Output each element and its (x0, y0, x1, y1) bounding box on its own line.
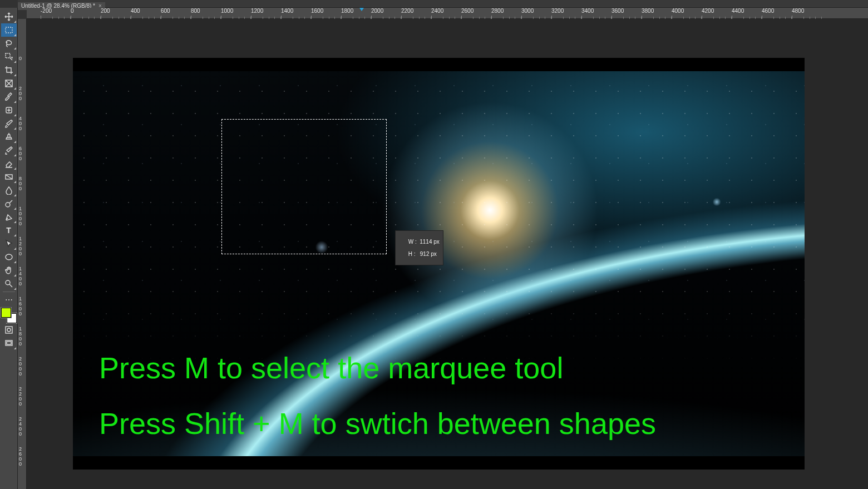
ruler-tick: 400 (19, 116, 22, 131)
edit-toolbar-button[interactable]: ⋯ (1, 293, 17, 307)
ruler-tick: 1800 (19, 327, 22, 347)
ruler-tick: 600 (19, 146, 22, 161)
svg-point-7 (6, 280, 10, 285)
zoom-tool[interactable] (1, 277, 17, 290)
ruler-tick: 1200 (19, 236, 22, 256)
move-tool[interactable] (1, 10, 17, 23)
ruler-tick: 2000 (19, 357, 22, 377)
ruler-tick: 1800 (341, 8, 353, 14)
svg-rect-11 (7, 342, 11, 344)
toolbox: T⋯ (0, 8, 18, 489)
ruler-tick: 4600 (762, 8, 774, 14)
blur-tool[interactable] (1, 184, 17, 197)
ruler-tick: 3200 (551, 8, 564, 14)
ruler-tick: 2600 (19, 447, 22, 467)
svg-rect-8 (6, 327, 12, 333)
ruler-tick: -200 (41, 8, 52, 14)
svg-point-5 (6, 202, 10, 207)
ruler-tick: 2200 (19, 387, 22, 407)
letterbox (73, 58, 805, 71)
ruler-tick: 200 (19, 86, 22, 101)
svg-point-9 (7, 328, 11, 332)
ruler-tick: 1400 (281, 8, 293, 14)
canvas-viewport[interactable]: W : 1114 px H : 912 px Press M to select… (27, 19, 868, 489)
ruler-tick: 1200 (251, 8, 263, 14)
ruler-tick: 1000 (221, 8, 233, 14)
letterbox (73, 456, 805, 470)
ruler-tick: 1600 (311, 8, 323, 14)
ruler-tick: 3800 (642, 8, 654, 14)
ruler-tick: 2000 (371, 8, 383, 14)
eyedropper-tool[interactable] (1, 90, 17, 103)
ruler-tick: 4000 (672, 8, 684, 14)
eraser-tool[interactable] (1, 157, 17, 170)
pen-tool[interactable] (1, 210, 17, 224)
document-tab-bar: Untitled-1 @ 28.4% (RGB/8) * × (18, 0, 868, 8)
crop-tool[interactable] (1, 63, 17, 77)
ruler-tick: 2400 (431, 8, 443, 14)
foreground-color-swatch[interactable] (1, 308, 11, 318)
document-canvas[interactable]: W : 1114 px H : 912 px Press M to select… (73, 58, 805, 470)
ruler-tick: 3600 (611, 8, 624, 14)
ruler-tick: 1400 (19, 266, 22, 287)
svg-rect-1 (6, 53, 10, 58)
ellipse-shape-tool[interactable] (1, 250, 17, 264)
vertical-ruler[interactable]: 0200400600800100012001400160018002000220… (18, 19, 27, 489)
ruler-tick: 0 (71, 8, 74, 14)
ruler-tick: 1000 (19, 206, 22, 226)
tooltip-h-label: H : (408, 251, 416, 257)
dodge-tool[interactable] (1, 197, 17, 210)
tooltip-h-value: 912 px (420, 251, 437, 257)
ruler-tick: 3400 (581, 8, 594, 14)
ruler-tick: 2600 (461, 8, 474, 14)
color-swatches[interactable] (1, 308, 17, 323)
brush-tool[interactable] (1, 117, 17, 130)
selection-marquee[interactable] (221, 119, 387, 254)
quick-mask-mode-button[interactable] (1, 323, 17, 337)
tooltip-w-value: 1114 px (420, 239, 440, 245)
ruler-tick: 0 (19, 56, 22, 61)
frame-tool[interactable] (1, 77, 17, 90)
tutorial-overlay-line: Press Shift + M to swtich between shapes (99, 406, 656, 441)
tutorial-overlay-line: Press M to select the marquee tool (99, 350, 563, 385)
horizontal-ruler[interactable]: -200020040060080010001200140016001800200… (27, 8, 868, 19)
ruler-tick: 2800 (491, 8, 504, 14)
selection-size-tooltip: W : 1114 px H : 912 px (395, 230, 443, 265)
screen-mode-button[interactable] (1, 337, 17, 350)
ruler-tick: 4200 (702, 8, 714, 14)
history-brush-tool[interactable] (1, 144, 17, 157)
ruler-tick: 800 (191, 8, 200, 14)
ruler-tick: 2400 (19, 417, 22, 437)
ruler-tick: 4400 (732, 8, 744, 14)
ruler-tick: 4800 (792, 8, 804, 14)
lasso-tool[interactable] (1, 37, 17, 50)
gradient-tool[interactable] (1, 170, 17, 184)
ruler-tick: 400 (131, 8, 140, 14)
path-selection-tool[interactable] (1, 237, 17, 250)
svg-point-6 (6, 254, 12, 260)
quick-selection-tool[interactable] (1, 50, 17, 63)
ruler-tick: 600 (161, 8, 170, 14)
svg-rect-0 (6, 27, 12, 33)
healing-brush-tool[interactable] (1, 103, 17, 117)
ruler-position-caret (359, 8, 364, 11)
ruler-tick: 200 (101, 8, 110, 14)
hand-tool[interactable] (1, 264, 17, 277)
ruler-tick: 1600 (19, 297, 22, 317)
ruler-tick: 800 (19, 176, 22, 191)
type-tool[interactable]: T (1, 224, 17, 237)
tooltip-w-label: W : (408, 239, 417, 245)
ruler-tick: 3000 (521, 8, 534, 14)
clone-stamp-tool[interactable] (1, 130, 17, 144)
rectangular-marquee-tool[interactable] (1, 23, 17, 37)
ruler-tick: 2200 (401, 8, 413, 14)
